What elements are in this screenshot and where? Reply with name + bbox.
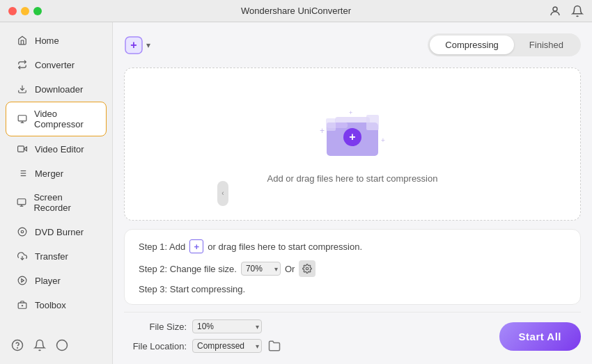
bell-icon[interactable]	[33, 339, 46, 351]
app-body: HomeConverterDownloaderVideo CompressorV…	[0, 22, 592, 364]
folder-icon-area: + + + +	[314, 104, 391, 164]
folder-illustration: + + + +	[314, 104, 391, 164]
svg-point-17	[21, 230, 24, 233]
step2-settings-icon[interactable]	[299, 260, 316, 277]
svg-rect-34	[366, 115, 379, 130]
svg-marker-5	[24, 147, 26, 151]
video-compressor-label: Video Compressor	[34, 109, 95, 129]
window-title: Wondershare UniConverter	[241, 6, 351, 16]
step1-label: Step 1: Add	[139, 242, 185, 252]
svg-rect-6	[18, 146, 24, 152]
main-content: + ▾ Compressing Finished	[113, 22, 592, 364]
transfer-icon	[17, 251, 28, 262]
sidebar-bottom	[0, 332, 112, 358]
home-label: Home	[35, 35, 59, 46]
svg-marker-20	[22, 279, 24, 283]
title-bar: Wondershare UniConverter	[0, 0, 592, 22]
svg-text:+: +	[349, 109, 352, 116]
svg-text:+: +	[320, 126, 325, 136]
step2-row: Step 2: Change file size. 10%20%30%40% 5…	[139, 260, 566, 277]
traffic-lights	[8, 7, 42, 15]
video-compressor-icon	[17, 113, 27, 125]
converter-label: Converter	[35, 60, 75, 70]
screen-recorder-label: Screen Recorder	[33, 192, 95, 213]
toolbox-icon	[17, 299, 28, 310]
maximize-button[interactable]	[33, 7, 42, 15]
sidebar-item-converter[interactable]: Converter	[6, 53, 107, 77]
start-all-button[interactable]: Start All	[499, 322, 581, 351]
sidebar-item-transfer[interactable]: Transfer	[6, 244, 107, 268]
downloader-label: Downloader	[35, 84, 83, 95]
sidebar-item-dvd-burner[interactable]: DVD Burner	[6, 220, 107, 244]
step2-label: Step 2: Change file size.	[139, 264, 237, 274]
help-icon[interactable]	[11, 339, 24, 351]
sidebar: HomeConverterDownloaderVideo CompressorV…	[0, 22, 113, 364]
merger-label: Merger	[35, 168, 63, 179]
transfer-label: Transfer	[35, 251, 68, 262]
instructions-panel: Step 1: Add + or drag files here to star…	[124, 229, 581, 305]
step1-row: Step 1: Add + or drag files here to star…	[139, 239, 566, 253]
video-editor-icon	[17, 143, 28, 155]
sidebar-item-screen-recorder[interactable]: Screen Recorder	[6, 186, 107, 219]
file-size-select[interactable]: 10%20%30%40% 50%60%70%80% 90%100%	[192, 319, 262, 333]
tabs: Compressing Finished	[428, 33, 581, 56]
top-bar: + ▾ Compressing Finished	[124, 33, 581, 56]
svg-text:+: +	[130, 39, 137, 51]
sidebar-item-player[interactable]: Player	[6, 269, 107, 292]
file-size-row: File Size: 10%20%30%40% 50%60%70%80% 90%…	[124, 319, 281, 333]
sidebar-item-video-compressor[interactable]: Video Compressor	[6, 102, 107, 136]
dvd-burner-label: DVD Burner	[35, 227, 84, 237]
step2-size-select[interactable]: 10%20%30%40% 50%60%70%80% 90%100%	[241, 262, 281, 276]
dvd-burner-icon	[17, 226, 28, 237]
drop-zone[interactable]: + + + + Add or drag files here to start …	[124, 68, 581, 221]
svg-rect-2	[18, 116, 26, 121]
sidebar-item-toolbox[interactable]: Toolbox	[6, 293, 107, 317]
browse-folder-icon[interactable]	[267, 339, 281, 353]
add-files-chevron: ▾	[146, 40, 150, 50]
merger-icon	[17, 168, 28, 179]
step1-add-icon[interactable]: +	[189, 239, 203, 253]
file-location-row: File Location: Compressed	[124, 339, 281, 353]
file-location-select[interactable]: Compressed	[192, 339, 262, 353]
sidebar-item-home[interactable]: Home	[6, 29, 107, 52]
player-label: Player	[35, 276, 61, 286]
home-icon	[17, 35, 28, 46]
bottom-fields: File Size: 10%20%30%40% 50%60%70%80% 90%…	[124, 319, 281, 353]
converter-icon	[17, 59, 28, 70]
title-bar-icons	[549, 5, 584, 17]
svg-text:+: +	[349, 131, 355, 143]
video-editor-label: Video Editor	[35, 144, 84, 155]
player-icon	[17, 275, 28, 286]
sidebar-item-video-editor[interactable]: Video Editor	[6, 137, 107, 161]
step3-row: Step 3: Start compressing.	[139, 284, 566, 294]
file-size-label: File Size:	[124, 322, 187, 332]
minimize-button[interactable]	[21, 7, 29, 15]
svg-point-16	[18, 228, 26, 236]
file-location-select-wrap: Compressed	[192, 339, 262, 353]
drop-zone-text: Add or drag files here to start compress…	[267, 173, 438, 184]
svg-point-25	[17, 347, 18, 348]
toolbox-label: Toolbox	[35, 300, 66, 310]
user-icon[interactable]	[549, 5, 561, 17]
add-files-button[interactable]: +	[124, 35, 143, 55]
tab-finished[interactable]: Finished	[514, 35, 579, 54]
svg-rect-13	[17, 199, 26, 205]
sidebar-item-merger[interactable]: Merger	[6, 161, 107, 185]
svg-text:+: +	[381, 136, 385, 144]
sidebar-collapse-button[interactable]: ‹	[217, 181, 228, 206]
svg-rect-35	[326, 118, 336, 131]
svg-point-39	[306, 267, 309, 270]
bottom-bar: File Size: 10%20%30%40% 50%60%70%80% 90%…	[124, 312, 581, 353]
file-location-label: File Location:	[124, 341, 187, 351]
feedback-icon[interactable]	[56, 339, 68, 351]
step1-suffix: or drag files here to start compression.	[208, 242, 362, 252]
svg-point-0	[553, 7, 557, 11]
tab-compressing[interactable]: Compressing	[430, 35, 514, 54]
sidebar-item-downloader[interactable]: Downloader	[6, 77, 107, 101]
close-button[interactable]	[8, 7, 17, 15]
step2-size-select-wrap: 10%20%30%40% 50%60%70%80% 90%100%	[241, 262, 281, 276]
notification-icon[interactable]	[571, 5, 584, 17]
screen-recorder-icon	[17, 197, 26, 208]
file-size-select-wrap: 10%20%30%40% 50%60%70%80% 90%100%	[192, 319, 262, 333]
svg-point-19	[18, 276, 26, 285]
